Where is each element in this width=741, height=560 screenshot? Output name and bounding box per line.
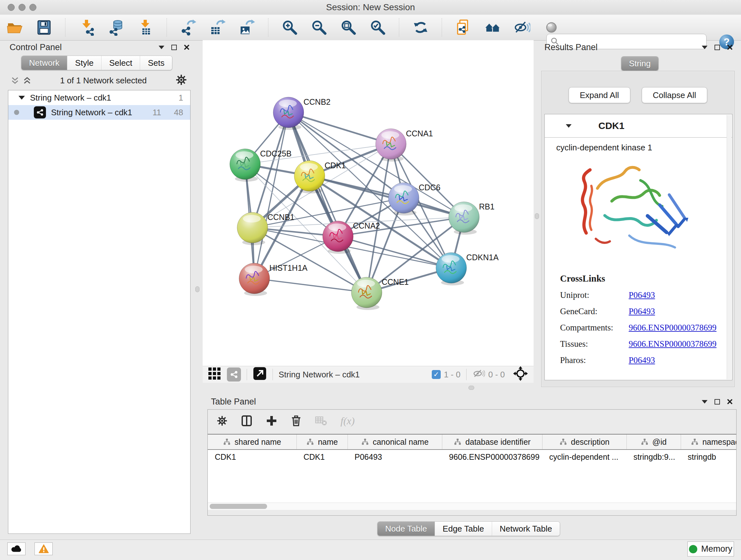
crosslink-row: GeneCard:P06493 [560, 307, 717, 316]
network-row[interactable]: String Network – cdk1 11 48 [8, 105, 190, 120]
table-cell[interactable]: CDK1 [296, 452, 347, 462]
edge-CCNB2-CCNA1[interactable] [288, 112, 391, 144]
network-collection-row[interactable]: String Network – cdk1 1 [8, 90, 190, 105]
panel-close-icon[interactable] [727, 399, 733, 405]
save-session-icon[interactable] [36, 19, 52, 36]
zoom-fit-icon[interactable] [340, 19, 357, 36]
minimize-window-icon[interactable] [18, 4, 25, 11]
tab-network-table[interactable]: Network Table [492, 522, 560, 536]
panel-float-icon[interactable] [715, 45, 720, 50]
import-database-icon[interactable] [108, 19, 125, 36]
delete-column-icon[interactable] [291, 415, 301, 427]
string-network-icon[interactable] [227, 368, 241, 381]
refresh-view-icon[interactable] [412, 19, 429, 36]
crosslink-value-tissues[interactable]: 9606.ENSP00000378699 [629, 339, 717, 349]
grid-view-icon[interactable] [208, 367, 221, 382]
column-header-description[interactable]: description [542, 435, 626, 449]
network-node-CCNB1[interactable]: CCNB1 [237, 212, 294, 245]
import-network-icon[interactable] [78, 19, 95, 36]
clone-network-icon[interactable] [455, 19, 472, 36]
column-header-database-identifier[interactable]: database identifier [442, 435, 542, 449]
panel-float-icon[interactable] [172, 45, 177, 50]
network-status-dot [14, 110, 19, 115]
column-header-canonical-name[interactable]: canonical name [347, 435, 442, 449]
edge-CDK1-RB1[interactable] [310, 176, 464, 217]
import-table-icon[interactable] [137, 19, 154, 36]
home-icon[interactable] [484, 19, 501, 36]
collapse-all-button[interactable]: Collapse All [642, 87, 708, 103]
crosslink-value-uniprot[interactable]: P06493 [629, 290, 655, 300]
network-node-RB1[interactable]: RB1 [449, 202, 495, 235]
edge-CCNB2-HIST1H1A[interactable] [254, 112, 288, 278]
panel-menu-icon[interactable] [158, 46, 164, 49]
panel-menu-icon[interactable] [702, 400, 708, 403]
export-image-icon[interactable] [239, 19, 255, 36]
network-canvas[interactable]: CCNB2 CCNA1 CDC25B CDK1 CDC6 RB1 CCNB1 [203, 40, 534, 366]
crosslink-value-compartments[interactable]: 9606.ENSP00000378699 [629, 323, 717, 333]
column-header--id[interactable]: @id [626, 435, 681, 449]
add-column-icon[interactable] [266, 415, 277, 427]
table-options-gear-icon[interactable] [217, 415, 227, 426]
network-node-HIST1H1A[interactable]: HIST1H1A [239, 263, 308, 296]
close-window-icon[interactable] [8, 4, 15, 11]
zoom-selected-icon[interactable] [369, 19, 386, 36]
network-node-CDK1[interactable]: CDK1 [294, 161, 346, 193]
open-in-window-icon[interactable] [253, 367, 267, 383]
panel-menu-icon[interactable] [702, 46, 708, 49]
table-cell[interactable]: CDK1 [208, 452, 296, 462]
export-network-icon[interactable] [180, 19, 197, 36]
column-header-name[interactable]: name [296, 435, 347, 449]
zoom-out-icon[interactable] [311, 19, 327, 36]
maximize-window-icon[interactable] [29, 4, 37, 11]
selected-checkbox-icon[interactable]: ✓ [432, 370, 441, 379]
crosslink-value-pharos[interactable]: P06493 [629, 355, 655, 365]
tree-expander-icon[interactable] [18, 96, 25, 100]
warnings-button[interactable] [35, 543, 53, 555]
panel-close-icon[interactable] [727, 44, 733, 50]
scrollbar-thumb[interactable] [210, 504, 267, 509]
memory-button[interactable]: Memory [687, 542, 734, 557]
expand-all-button[interactable]: Expand All [569, 87, 630, 103]
table-cell[interactable]: stringdb [681, 452, 736, 462]
crosslink-value-genecard[interactable]: P06493 [629, 307, 655, 316]
table-cell[interactable]: cyclin-dependent ... [542, 452, 626, 462]
hidden-eye-icon[interactable] [472, 368, 485, 381]
table-horizontal-scrollbar[interactable] [208, 503, 736, 510]
tab-edge-table[interactable]: Edge Table [434, 522, 492, 536]
node-entry-header[interactable]: CDK1 [545, 114, 732, 138]
panel-float-icon[interactable] [715, 399, 720, 405]
network-node-CCNA2[interactable]: CCNA2 [323, 221, 380, 254]
cloud-status-button[interactable] [7, 543, 25, 555]
show-eye-icon[interactable] [543, 19, 560, 36]
results-scrollbar[interactable] [727, 115, 731, 379]
network-options-gear-icon[interactable] [176, 74, 187, 87]
show-columns-icon[interactable] [241, 415, 253, 427]
column-header-shared-name[interactable]: shared name [208, 435, 296, 449]
table-cell[interactable]: 9606.ENSP00000378699 [442, 452, 542, 462]
left-splitter-handle[interactable] [195, 287, 199, 292]
birdseye-pan-icon[interactable] [513, 366, 528, 383]
entry-expander-icon[interactable] [566, 124, 571, 128]
bottom-splitter-handle[interactable] [468, 386, 474, 390]
expand-all-icon[interactable] [23, 76, 31, 84]
column-header-namespace[interactable]: namespace [681, 435, 736, 449]
hide-unselected-icon[interactable] [514, 19, 530, 36]
network-node-CDC6[interactable]: CDC6 [388, 183, 441, 215]
right-splitter-handle[interactable] [535, 213, 539, 219]
edge-HIST1H1A-CCNE1[interactable] [254, 278, 367, 293]
export-table-icon[interactable] [209, 19, 226, 36]
tab-string[interactable]: String [621, 57, 658, 71]
tab-network[interactable]: Network [21, 56, 67, 70]
table-cell[interactable]: stringdb:9... [626, 452, 681, 462]
collapse-all-icon[interactable] [11, 76, 19, 84]
tab-node-table[interactable]: Node Table [378, 522, 434, 536]
network-node-CDKN1A[interactable]: CDKN1A [436, 253, 499, 286]
open-session-icon[interactable] [6, 19, 23, 36]
tab-select[interactable]: Select [101, 56, 140, 70]
table-cell[interactable]: P06493 [347, 452, 442, 462]
tab-style[interactable]: Style [67, 56, 101, 70]
tab-sets[interactable]: Sets [140, 56, 172, 70]
zoom-in-icon[interactable] [281, 19, 298, 36]
panel-close-icon[interactable] [184, 44, 190, 50]
table-row[interactable]: CDK1CDK1P064939606.ENSP00000378699cyclin… [208, 450, 736, 464]
